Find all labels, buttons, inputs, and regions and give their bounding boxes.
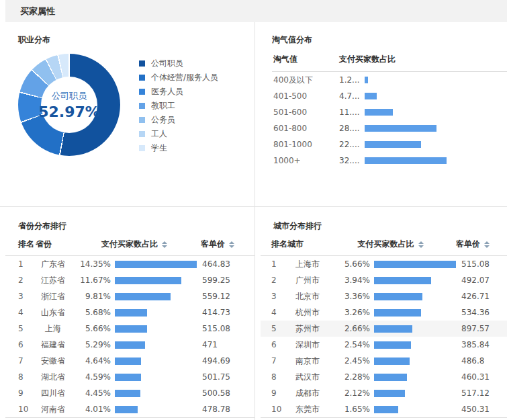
price-per-customer-cell: 385.84 <box>461 340 490 349</box>
payers-ratio-cell: 2.54% <box>328 340 370 349</box>
payers-ratio-bar <box>374 325 412 333</box>
price-per-customer-cell: 486.8 <box>461 356 484 366</box>
rank-cell: 6 <box>261 340 287 349</box>
sort-price-control[interactable] <box>229 241 234 248</box>
payers-ratio-bar <box>374 261 456 268</box>
region-name-cell: 四川省 <box>36 388 71 399</box>
taoqi-range-label: 401-500 <box>272 91 339 101</box>
taoqi-row: 1000+ 32.... <box>272 153 507 169</box>
rank-cell: 3 <box>261 292 287 301</box>
price-per-customer-cell: 599.25 <box>202 276 230 285</box>
table-row: 4 杭州市 3.26% 534.36 <box>261 304 507 321</box>
rank-cell: 8 <box>5 372 36 382</box>
taoqi-title: 淘气值分布 <box>272 34 507 46</box>
sort-desc-icon <box>229 245 234 248</box>
page-title: 买家属性 <box>20 5 55 17</box>
col-payers-ratio: 支付买家数占比 <box>101 239 158 250</box>
payers-ratio-bar <box>374 390 405 397</box>
price-per-customer-cell: 515.08 <box>461 259 490 269</box>
payers-ratio-cell: 1.65% <box>328 405 370 414</box>
region-name-cell: 江苏省 <box>36 275 71 286</box>
payers-ratio-cell: 2.66% <box>328 324 370 333</box>
taoqi-col-value: 淘气值 <box>272 54 339 65</box>
sort-price-control[interactable] <box>484 241 490 248</box>
taoqi-row: 400及以下 1.2... <box>272 72 507 88</box>
price-per-customer-cell: 494.69 <box>202 356 230 366</box>
payers-ratio-bar <box>115 293 171 300</box>
taoqi-ratio-bar <box>365 141 421 148</box>
legend-item: 个体经营/服务人员 <box>139 71 218 85</box>
price-per-customer-cell: 471 <box>202 340 218 349</box>
sort-asc-icon <box>484 241 490 244</box>
payers-ratio-cell: 5.29% <box>71 340 111 349</box>
legend-swatch-icon <box>139 103 145 109</box>
region-name-cell: 浙江省 <box>36 291 71 302</box>
payers-ratio-bar <box>115 277 181 284</box>
rank-cell: 10 <box>261 405 287 414</box>
rank-cell: 1 <box>5 259 36 269</box>
region-name-cell: 安徽省 <box>36 355 71 367</box>
table-row: 7 南京市 2.45% 486.8 <box>261 353 507 369</box>
taoqi-panel: 淘气值分布 淘气值 支付买家数占比 400及以下 1.2... 401-500 … <box>255 22 507 206</box>
rank-cell: 6 <box>5 340 36 349</box>
rank-cell: 10 <box>5 405 36 414</box>
col-rank: 排名 <box>5 239 36 250</box>
region-name-cell: 杭州市 <box>287 307 328 319</box>
taoqi-ratio-value: 11.... <box>339 108 365 117</box>
occupation-legend: 公司职员 个体经营/服务人员 医务人员 教职工 公务员 工人 学生 <box>139 54 218 156</box>
price-per-customer-cell: 464.83 <box>202 259 230 269</box>
taoqi-ratio-value: 32.... <box>339 156 365 165</box>
price-per-customer-cell: 414.73 <box>202 308 230 317</box>
taoqi-ratio-bar <box>365 157 447 164</box>
legend-item: 教职工 <box>139 99 218 113</box>
legend-swatch-icon <box>139 145 145 151</box>
region-name-cell: 湖北省 <box>36 372 71 383</box>
payers-ratio-cell: 3.36% <box>328 292 370 301</box>
col-rank: 排名 <box>261 239 287 250</box>
table-row: 9 成都市 2.12% 517.12 <box>261 385 507 401</box>
legend-label: 个体经营/服务人员 <box>151 72 218 83</box>
legend-item: 学生 <box>139 141 218 155</box>
sort-desc-icon <box>484 245 490 248</box>
payers-ratio-cell: 4.59% <box>71 372 111 382</box>
sort-payers-ratio-control[interactable] <box>418 241 424 248</box>
occupation-panel: 职业分布 公司职员 52.97% 公司职员 个体经营/服务人员 医务人员 教职工… <box>0 22 255 206</box>
region-name-cell: 山东省 <box>36 307 71 319</box>
province-table-header: 排名 省份 支付买家数占比 客单价 <box>5 239 255 256</box>
price-per-customer-cell: 478.78 <box>202 405 230 414</box>
rank-cell: 2 <box>5 276 36 285</box>
region-name-cell: 东莞市 <box>287 404 328 415</box>
price-per-customer-cell: 500.58 <box>202 388 230 398</box>
legend-label: 公司职员 <box>151 58 183 69</box>
province-table-body: 1 广东省 14.35% 464.83 2 江苏省 11.67% 599.25 … <box>5 256 255 418</box>
payers-ratio-bar <box>115 358 141 365</box>
col-payers-ratio: 支付买家数占比 <box>358 239 414 250</box>
region-name-cell: 深圳市 <box>287 339 328 351</box>
taoqi-ratio-value: 22.... <box>339 140 365 149</box>
payers-ratio-cell: 3.94% <box>328 276 370 285</box>
price-per-customer-cell: 515.08 <box>202 324 230 333</box>
region-name-cell: 河南省 <box>36 404 71 415</box>
legend-swatch-icon <box>139 131 145 137</box>
region-name-cell: 广州市 <box>287 275 328 286</box>
table-row: 8 湖北省 4.59% 501.75 <box>5 369 255 385</box>
payers-ratio-cell: 5.68% <box>71 308 111 317</box>
sort-payers-ratio-control[interactable] <box>162 241 167 248</box>
table-row: 5 上海 5.66% 515.08 <box>5 321 255 337</box>
sort-asc-icon <box>229 241 234 244</box>
city-table-body: 1 上海市 5.66% 515.08 2 广州市 3.94% 492.07 3 … <box>261 256 507 418</box>
taoqi-row: 401-500 4.7... <box>272 88 507 104</box>
payers-ratio-cell: 11.67% <box>71 276 111 285</box>
taoqi-row: 601-800 28.... <box>272 120 507 136</box>
region-name-cell: 成都市 <box>287 388 328 399</box>
payers-ratio-bar <box>115 390 140 397</box>
taoqi-row: 501-600 11.... <box>272 104 507 120</box>
payers-ratio-cell: 14.35% <box>71 259 111 269</box>
table-row: 6 深圳市 2.54% 385.84 <box>261 337 507 353</box>
payers-ratio-bar <box>374 374 407 381</box>
taoqi-ratio-value: 1.2... <box>339 75 365 85</box>
taoqi-ratio-bar <box>365 93 377 99</box>
table-row: 3 浙江省 9.81% 559.12 <box>5 288 255 304</box>
payers-ratio-cell: 2.12% <box>328 388 370 398</box>
legend-swatch-icon <box>139 60 145 67</box>
